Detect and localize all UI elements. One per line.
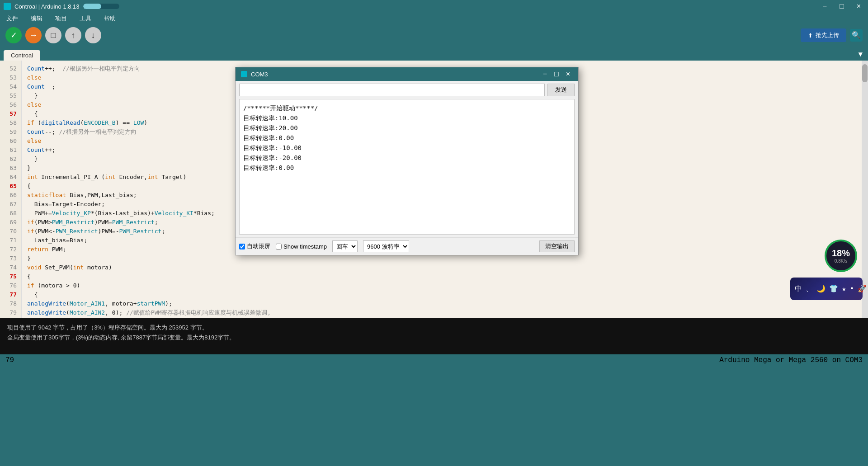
language-widget[interactable]: 中 、 🌙 👕 ★ • 🚀 xyxy=(790,278,863,300)
auto-scroll-checkbox[interactable] xyxy=(239,244,245,249)
line-number: 63 xyxy=(2,164,19,173)
status-bar: 项目使用了 9042 字节，占用了（3%）程序存储空间。最大为 253952 字… xyxy=(0,318,868,354)
quick-upload-button[interactable]: ⬆ 抢先上传 xyxy=(801,28,846,42)
save-button[interactable]: ↓ xyxy=(85,27,101,43)
line-number: 58 xyxy=(2,118,19,127)
bottom-bar: 79 Arduino Mega or Mega 2560 on COM3 xyxy=(0,354,868,366)
code-line: analogWrite(Motor_AIN1, motora+startPWM)… xyxy=(27,299,856,308)
line-number: 59 xyxy=(2,127,19,137)
line-number: 76 xyxy=(2,281,19,290)
speed-sublabel: 0.8K/s xyxy=(835,259,847,264)
lang-moon-icon: 🌙 xyxy=(816,284,826,293)
line-number: 54 xyxy=(2,82,19,91)
com-send-input[interactable] xyxy=(239,84,545,96)
search-icon[interactable]: 🔍 xyxy=(850,29,863,42)
vertical-scrollbar[interactable] xyxy=(862,61,868,318)
line-number: 71 xyxy=(2,236,19,245)
line-number: 74 xyxy=(2,263,19,272)
line-number: 55 xyxy=(2,91,19,100)
code-line: if (motora > 0) xyxy=(27,281,856,290)
code-line: { xyxy=(27,290,856,299)
line-number: 77 xyxy=(2,290,19,299)
line-number: 62 xyxy=(2,155,19,164)
newline-select[interactable]: 回车 xyxy=(332,240,358,252)
speed-percent: 18% xyxy=(832,248,850,259)
show-timestamp-checkbox[interactable] xyxy=(276,244,282,249)
toolbar: ✓ → □ ↑ ↓ ⬆ 抢先上传 🔍 xyxy=(0,24,868,46)
com-output-line: 目标转速率:10.00 xyxy=(243,113,571,123)
lang-zh: 中 xyxy=(795,284,802,294)
speed-indicator: 18% 0.8K/s xyxy=(825,240,857,272)
scrollbar-thumb[interactable] xyxy=(862,64,868,82)
tab-bar: Controal ▼ xyxy=(0,46,868,61)
code-line: } xyxy=(27,317,856,318)
code-line: } xyxy=(27,254,856,263)
clear-output-button[interactable]: 清空输出 xyxy=(539,240,575,252)
com-output-line: /******开始驱动*****/ xyxy=(243,103,571,113)
com-modal-title-text: COM3 xyxy=(251,71,268,78)
line-number: 64 xyxy=(2,173,19,182)
lang-shirt-icon: 👕 xyxy=(829,284,838,293)
com-output-line: 目标转速率:0.00 xyxy=(243,163,571,173)
lang-rocket-icon: 🚀 xyxy=(858,284,867,293)
line-number: 80 xyxy=(2,317,19,318)
close-button[interactable]: × xyxy=(853,2,864,10)
show-timestamp-label[interactable]: Show timestamp xyxy=(276,243,327,250)
line-numbers: 5253545556575859606162636465666768697071… xyxy=(0,61,22,318)
verify-button[interactable]: ✓ xyxy=(5,27,22,43)
line-number: 60 xyxy=(2,137,19,146)
line-number: 78 xyxy=(2,299,19,308)
new-button[interactable]: □ xyxy=(45,27,61,43)
com-input-row: 发送 xyxy=(236,81,578,99)
line-number: 52 xyxy=(2,64,19,73)
code-line: { xyxy=(27,272,856,281)
upload-icon: ⬆ xyxy=(808,32,813,39)
menu-file[interactable]: 文件 xyxy=(4,14,21,24)
quick-upload-label: 抢先上传 xyxy=(816,31,839,39)
com-output-line: 目标转速率:-10.00 xyxy=(243,143,571,153)
open-button[interactable]: ↑ xyxy=(65,27,81,43)
maximize-button[interactable]: □ xyxy=(836,2,848,10)
line-number: 75 xyxy=(2,272,19,281)
line-number: 73 xyxy=(2,254,19,263)
upload-button[interactable]: → xyxy=(25,27,42,43)
auto-scroll-label[interactable]: 自动滚屏 xyxy=(239,242,270,250)
menu-help[interactable]: 帮助 xyxy=(101,14,118,24)
status-line-1: 项目使用了 9042 字节，占用了（3%）程序存储空间。最大为 253952 字… xyxy=(7,323,861,333)
menu-project[interactable]: 项目 xyxy=(52,14,70,24)
board-info: Arduino Mega or Mega 2560 on COM3 xyxy=(719,356,863,364)
com-modal-title-bar: COM3 − □ × xyxy=(236,67,578,81)
line-number: 66 xyxy=(2,191,19,200)
lang-star-icon: ★ xyxy=(842,284,846,293)
lang-sep: 、 xyxy=(806,284,813,294)
menu-tools[interactable]: 工具 xyxy=(77,14,94,24)
com-send-button[interactable]: 发送 xyxy=(547,84,575,96)
line-number: 68 xyxy=(2,209,19,218)
tab-dropdown-icon[interactable]: ▼ xyxy=(856,49,864,61)
line-number: 79 xyxy=(2,308,19,317)
title-bar: Controal | Arduino 1.8.13 − □ × xyxy=(0,0,868,13)
tab-controal[interactable]: Controal xyxy=(4,50,40,61)
com-maximize-button[interactable]: □ xyxy=(552,70,561,78)
com-minimize-button[interactable]: − xyxy=(540,70,550,78)
com-modal: COM3 − □ × 发送 /******开始驱动*****/目标转速率:10.… xyxy=(235,67,579,255)
com-output-area[interactable]: /******开始驱动*****/目标转速率:10.00目标转速率:20.00目… xyxy=(239,99,575,235)
com-output-line: 目标转速率:-20.00 xyxy=(243,153,571,163)
menu-edit[interactable]: 编辑 xyxy=(28,14,45,24)
com-footer: 自动滚屏 Show timestamp 回车 9600 波特率 清空输出 xyxy=(236,237,578,255)
baud-rate-select[interactable]: 9600 波特率 xyxy=(363,240,409,252)
code-line: analogWrite(Motor_AIN2, 0); //赋值给PWM寄存器根… xyxy=(27,308,856,317)
line-number: 65 xyxy=(2,182,19,191)
code-line: void Set_PWM(int motora) xyxy=(27,263,856,272)
minimize-button[interactable]: − xyxy=(819,2,830,10)
lang-dot: • xyxy=(850,285,854,293)
com-output-line: 目标转速率:20.00 xyxy=(243,123,571,133)
com-close-button[interactable]: × xyxy=(563,70,573,78)
line-number: 53 xyxy=(2,73,19,82)
tab-label: Controal xyxy=(11,52,33,59)
line-number: 67 xyxy=(2,200,19,209)
line-number-indicator: 79 xyxy=(5,356,14,364)
line-number: 56 xyxy=(2,100,19,109)
com-icon xyxy=(241,71,247,77)
line-number: 72 xyxy=(2,245,19,254)
